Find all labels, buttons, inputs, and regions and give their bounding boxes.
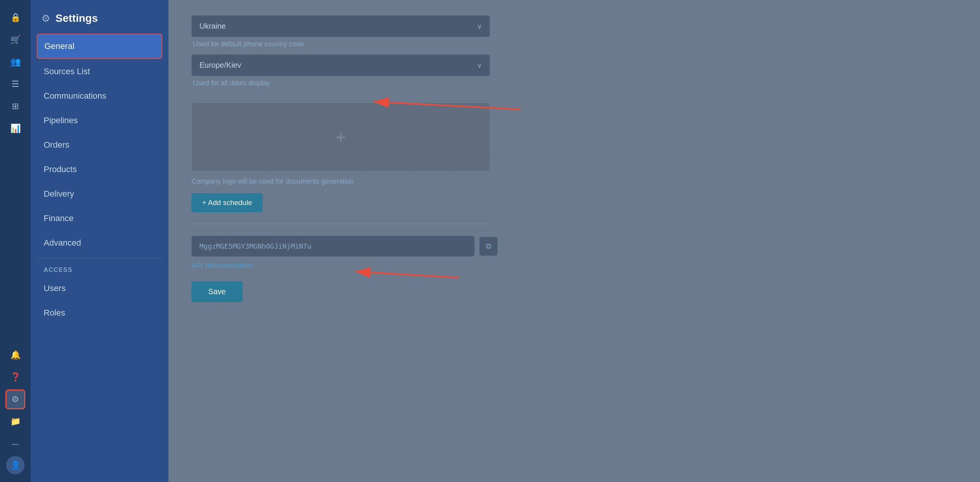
help-icon[interactable]: ❓ xyxy=(5,367,25,387)
menu-item-products[interactable]: Products xyxy=(37,158,162,181)
chart-icon[interactable]: 📊 xyxy=(5,119,25,138)
country-value: Ukraine xyxy=(199,22,226,31)
logo-upload-section: + Company logo will be used for document… xyxy=(191,103,957,212)
save-label: Save xyxy=(208,287,226,296)
timezone-dropdown[interactable]: Europe/Kiev ∨ xyxy=(191,54,490,76)
icon-bar-top: 🔒 🛒 👥 ☰ ⊞ 📊 xyxy=(5,8,25,341)
copy-api-key-button[interactable]: ⧉ xyxy=(479,237,498,256)
settings-menu: General Sources List Communications Pipe… xyxy=(31,34,168,482)
settings-nav-icon[interactable]: ⚙ xyxy=(5,389,25,409)
logo-hint: Company logo will be used for documents … xyxy=(191,177,354,186)
settings-header-title: Settings xyxy=(56,12,98,24)
api-docs-link[interactable]: API documentation xyxy=(191,261,957,270)
user-avatar-icon[interactable]: 👤 xyxy=(6,456,24,474)
cart-icon[interactable]: 🛒 xyxy=(5,30,25,50)
timezone-value: Europe/Kiev xyxy=(199,61,241,70)
menu-item-general[interactable]: General xyxy=(37,34,162,59)
section-divider xyxy=(191,224,490,224)
main-content: Ukraine ∨ Used for default phone country… xyxy=(168,0,980,482)
menu-item-orders[interactable]: Orders xyxy=(37,133,162,157)
menu-item-sources-list[interactable]: Sources List xyxy=(37,60,162,83)
icon-bar-bottom: 🔔 ❓ ⚙ 📁 — 👤 xyxy=(5,345,25,474)
menu-item-advanced[interactable]: Advanced xyxy=(37,231,162,255)
menu-item-pipelines[interactable]: Pipelines xyxy=(37,109,162,132)
menu-item-finance[interactable]: Finance xyxy=(37,207,162,230)
timezone-dropdown-row: Europe/Kiev ∨ Used for all dates display xyxy=(191,54,957,87)
svg-line-3 xyxy=(355,272,459,278)
contacts-icon[interactable]: 👥 xyxy=(5,52,25,72)
settings-sidebar: ⚙ Settings General Sources List Communic… xyxy=(31,0,168,482)
list-icon[interactable]: ☰ xyxy=(5,74,25,94)
minus-icon[interactable]: — xyxy=(5,434,25,454)
timezone-hint: Used for all dates display xyxy=(191,79,957,87)
menu-item-users[interactable]: Users xyxy=(37,277,162,300)
bell-icon[interactable]: 🔔 xyxy=(5,345,25,365)
settings-header-icon: ⚙ xyxy=(41,13,50,24)
access-section-label: ACCESS xyxy=(37,261,162,277)
menu-item-roles[interactable]: Roles xyxy=(37,301,162,325)
access-divider xyxy=(37,258,162,258)
country-dropdown[interactable]: Ukraine ∨ xyxy=(191,15,490,37)
country-dropdown-row: Ukraine ∨ Used for default phone country… xyxy=(191,15,957,48)
files-icon[interactable]: 📁 xyxy=(5,412,25,432)
api-key-input[interactable]: MggzMGE5MGY3MGNhOGJiNjMiNTu xyxy=(191,236,475,257)
logo-upload-box[interactable]: + xyxy=(191,103,490,171)
dashboard-icon[interactable]: ⊞ xyxy=(5,96,25,116)
menu-item-communications[interactable]: Communications xyxy=(37,84,162,108)
save-button[interactable]: Save xyxy=(191,281,243,302)
settings-header: ⚙ Settings xyxy=(31,0,168,34)
icon-bar: 🔒 🛒 👥 ☰ ⊞ 📊 🔔 ❓ ⚙ 📁 — 👤 xyxy=(0,0,31,482)
country-chevron-icon: ∨ xyxy=(477,22,482,31)
logo-upload-plus-icon: + xyxy=(335,127,346,148)
add-schedule-button[interactable]: + Add schedule xyxy=(191,193,263,212)
add-schedule-label: + Add schedule xyxy=(202,199,252,207)
lock-icon[interactable]: 🔒 xyxy=(5,8,25,28)
menu-item-delivery[interactable]: Delivery xyxy=(37,182,162,206)
api-key-row: MggzMGE5MGY3MGNhOGJiNjMiNTu ⧉ xyxy=(191,236,957,257)
timezone-chevron-icon: ∨ xyxy=(477,61,482,70)
country-hint: Used for default phone country code xyxy=(191,40,957,48)
